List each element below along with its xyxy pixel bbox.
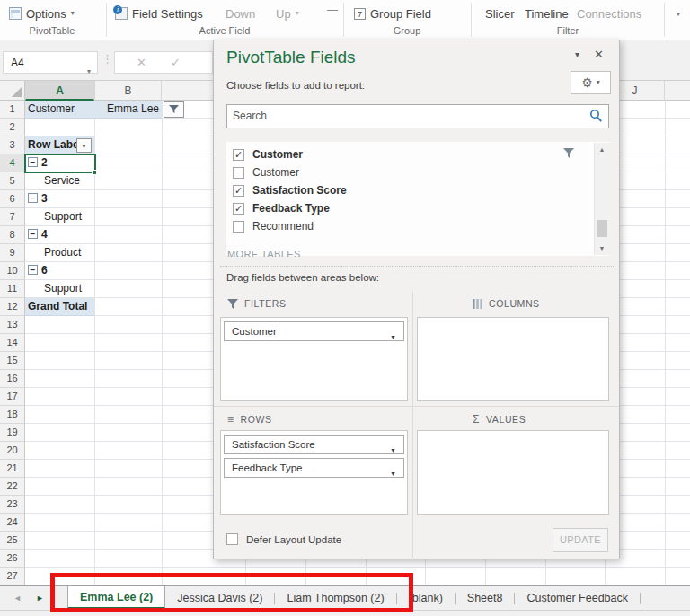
rows-drop-area[interactable]: Satisfaction Score▼Feedback Type▼ (220, 430, 408, 515)
row-header-13[interactable]: 13 (0, 316, 25, 334)
row-header-16[interactable]: 16 (0, 370, 25, 388)
name-box[interactable]: A4 ▾ (3, 51, 98, 74)
cell-A11[interactable]: Support (25, 280, 94, 298)
chevron-down-icon[interactable]: ▼ (390, 465, 396, 483)
field-settings-button[interactable]: i Field Settings (111, 3, 207, 24)
cell-A1[interactable]: Customer (25, 101, 94, 119)
sheet-tab-customer-feedback[interactable]: Customer Feedback (515, 586, 640, 610)
ribbon-overflow-icon[interactable]: ▾ (677, 11, 680, 18)
insert-timeline-button[interactable]: Timeline (521, 3, 572, 24)
row-header-3[interactable]: 3 (0, 136, 25, 154)
sheet-tab-sheet8[interactable]: Sheet8 (456, 586, 515, 610)
field-item-satisfaction-score[interactable]: ✓Satisfaction Score (226, 181, 574, 199)
cell-B1[interactable]: Emma Lee (94, 101, 162, 119)
filters-drop-area[interactable]: Customer▼ (220, 317, 408, 401)
row-header-27[interactable]: 27 (0, 568, 25, 585)
cell-A5[interactable]: Service (25, 172, 94, 190)
cell-A9[interactable]: Product (25, 244, 94, 262)
row-header-18[interactable]: 18 (0, 406, 25, 424)
row-header-1[interactable]: 1 (0, 101, 25, 119)
area-chip-feedback-type[interactable]: Feedback Type▼ (224, 458, 404, 478)
row-header-24[interactable]: 24 (0, 514, 25, 532)
sheet-tab-jessica-davis-2-[interactable]: Jessica Davis (2) (165, 586, 274, 610)
prev-sheet-icon[interactable]: ◄ (13, 594, 22, 603)
more-tables-link[interactable]: MORE TABLES (227, 249, 301, 257)
insert-slicer-button[interactable]: Slicer (482, 3, 518, 24)
column-filter-button[interactable] (164, 101, 184, 118)
sheet-tab--blank-[interactable]: (blank) (397, 586, 455, 610)
chevron-down-icon[interactable]: ▼ (390, 329, 396, 347)
cell-A10[interactable]: −6 (25, 262, 94, 280)
area-chip-satisfaction-score[interactable]: Satisfaction Score▼ (224, 435, 404, 454)
row-header-22[interactable]: 22 (0, 478, 25, 496)
row-header-12[interactable]: 12 (0, 298, 25, 316)
row-header-10[interactable]: 10 (0, 262, 25, 280)
cell-A7[interactable]: Support (25, 208, 94, 226)
field-checkbox[interactable] (233, 221, 244, 233)
collapse-button[interactable]: − (28, 229, 38, 239)
field-checkbox[interactable] (233, 167, 244, 179)
pane-options-icon[interactable]: ▾ (575, 49, 579, 59)
cell-A6[interactable]: −3 (25, 190, 94, 208)
row-header-21[interactable]: 21 (0, 460, 25, 478)
options-button[interactable]: Options ▾ (5, 3, 78, 24)
field-checkbox[interactable]: ✓ (233, 185, 244, 197)
drill-up-button[interactable]: Up ▾ (272, 3, 303, 24)
row-header-26[interactable]: 26 (0, 550, 25, 568)
next-sheet-icon[interactable]: ► (36, 594, 44, 603)
row-header-14[interactable]: 14 (0, 334, 25, 352)
row-header-6[interactable]: 6 (0, 190, 25, 208)
row-header-8[interactable]: 8 (0, 226, 25, 244)
defer-checkbox[interactable] (226, 533, 238, 545)
scrollbar-thumb[interactable] (597, 220, 607, 237)
row-header-20[interactable]: 20 (0, 442, 25, 460)
row-header-19[interactable]: 19 (0, 424, 25, 442)
cancel-icon[interactable]: ✕ (137, 56, 146, 69)
row-header-11[interactable]: 11 (0, 280, 25, 298)
field-checkbox[interactable]: ✓ (233, 149, 244, 161)
search-input[interactable]: Search (226, 104, 609, 128)
row-header-2[interactable]: 2 (0, 119, 25, 136)
row-header-15[interactable]: 15 (0, 352, 25, 370)
sheet-tab-liam-thompson-2-[interactable]: Liam Thompson (2) (275, 586, 395, 610)
row-header-7[interactable]: 7 (0, 208, 25, 226)
column-header-B[interactable]: B (94, 81, 162, 101)
row-labels-dropdown-button[interactable]: ▼ (76, 138, 92, 153)
area-chip-customer[interactable]: Customer▼ (224, 321, 404, 341)
row-header-17[interactable]: 17 (0, 388, 25, 406)
field-item-recommend[interactable]: Recommend (226, 217, 574, 235)
ribbon-separator (343, 3, 344, 37)
update-button[interactable]: UPDATE (553, 528, 608, 552)
collapse-button[interactable]: − (28, 265, 38, 275)
group-field-button[interactable]: 7 Group Field (350, 3, 435, 24)
field-item-feedback-type[interactable]: ✓Feedback Type (226, 199, 574, 217)
tools-button[interactable]: ⚙ ▾ (571, 71, 611, 94)
row-header-5[interactable]: 5 (0, 172, 25, 190)
drill-down-button[interactable]: Down (222, 3, 259, 24)
row-header-23[interactable]: 23 (0, 496, 25, 514)
columns-drop-area[interactable] (417, 317, 609, 401)
cell-A8[interactable]: −4 (25, 226, 94, 244)
enter-icon[interactable]: ✓ (171, 56, 181, 69)
collapse-button[interactable]: − (28, 193, 38, 203)
chevron-down-icon[interactable]: ▾ (87, 60, 91, 83)
cell-A12[interactable]: Grand Total (25, 298, 94, 316)
field-checkbox[interactable]: ✓ (233, 203, 244, 215)
row-header-9[interactable]: 9 (0, 244, 25, 262)
fill-handle[interactable] (92, 170, 97, 175)
row-header-4[interactable]: 4 (0, 154, 25, 172)
sheet-tab-emma-lee-2-[interactable]: Emma Lee (2) (67, 586, 165, 610)
field-list-scrollbar[interactable]: ▲ ▼ (594, 143, 609, 255)
values-drop-area[interactable] (417, 430, 609, 515)
row-header-25[interactable]: 25 (0, 532, 25, 550)
scroll-down-icon[interactable]: ▼ (595, 245, 609, 251)
chevron-down-icon[interactable]: ▼ (390, 442, 396, 460)
field-item-customer[interactable]: ✓Customer (226, 145, 574, 163)
close-icon[interactable]: ✕ (594, 48, 604, 61)
column-header-A[interactable]: A (25, 81, 94, 101)
select-all-corner[interactable] (0, 81, 25, 101)
select-all-triangle-icon (12, 87, 22, 97)
field-item-customer[interactable]: Customer (226, 163, 574, 181)
scroll-up-icon[interactable]: ▲ (595, 146, 609, 153)
filter-connections-button[interactable]: Connections (573, 3, 645, 24)
